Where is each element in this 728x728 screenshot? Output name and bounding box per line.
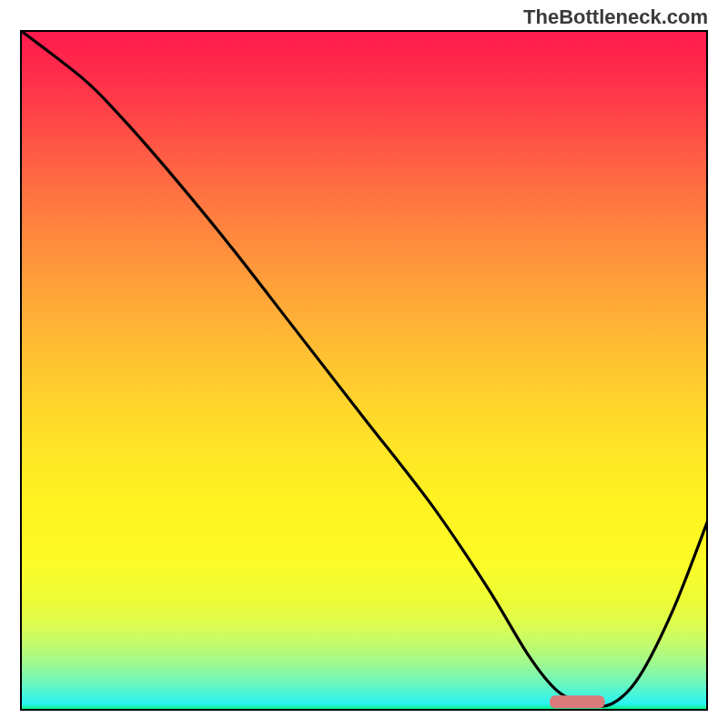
chart-svg [20,30,708,711]
watermark-text: TheBottleneck.com [523,5,708,29]
chart-frame: TheBottleneck.com [0,0,728,728]
bottleneck-curve-line [20,30,708,706]
highlight-marker [550,695,605,708]
